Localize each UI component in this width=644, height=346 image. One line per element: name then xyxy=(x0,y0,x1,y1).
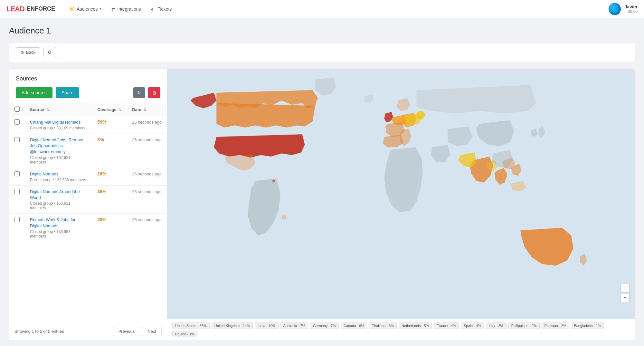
folder-icon: 📁 xyxy=(69,6,75,12)
row-checkbox-cell xyxy=(9,134,25,168)
row-checkbox-cell xyxy=(9,185,25,213)
legend-item-3: Australia - 7% xyxy=(280,323,308,329)
add-sources-button[interactable]: Add sources xyxy=(16,87,52,98)
main-content: Sources Add sources Share ↻ 🗑 xyxy=(9,69,635,341)
share-button[interactable]: Share xyxy=(56,87,79,98)
sort-icon-source: ⇅ xyxy=(47,108,50,112)
settings-button[interactable]: ⚙ xyxy=(43,47,56,57)
legend-item-9: Spain - 4% xyxy=(461,323,484,329)
nav-integrations[interactable]: ⇄ Integrations xyxy=(107,4,145,14)
select-all-checkbox[interactable] xyxy=(14,107,20,112)
map-legend: United States - 36%United Kingdom - 14%I… xyxy=(167,319,635,341)
sources-panel: Sources Add sources Share ↻ 🗑 xyxy=(9,69,167,341)
brand-enforce: ENFORCE xyxy=(25,5,55,12)
sources-header: Sources Add sources Share ↻ 🗑 xyxy=(9,69,167,103)
source-name-3[interactable]: Digital Nomads Around the World xyxy=(30,189,87,201)
navbar: LEAD ENFORCE 📁 Audiences ▾ ⇄ Integration… xyxy=(0,0,644,18)
chevron-down-icon: ▾ xyxy=(99,7,101,11)
date-value-1: 26 seconds ago xyxy=(132,137,162,142)
legend-item-0: United States - 36% xyxy=(172,323,210,329)
source-name-0[interactable]: Chiang Mai Digital Nomads xyxy=(30,119,87,125)
user-name: Javier xyxy=(625,4,638,9)
gear-icon: ⚙ xyxy=(48,50,52,55)
nav-tickets[interactable]: 🏷 Tickets xyxy=(147,4,176,14)
header-source[interactable]: Source ⇅ xyxy=(25,103,92,116)
source-name-4[interactable]: Remote Work & Jobs for Digital Nomads xyxy=(30,217,87,229)
avatar[interactable] xyxy=(609,3,621,15)
header-date[interactable]: Date ⇅ xyxy=(127,103,167,116)
row-checkbox-cell xyxy=(9,116,25,134)
toolbar: ⊙ Back ⚙ xyxy=(9,42,635,62)
zoom-out-button[interactable]: − xyxy=(620,293,630,302)
coverage-value-4: 20% xyxy=(97,217,106,222)
map-zoom-controls: + − xyxy=(620,284,630,302)
row-source-1: Digital Nomad Jobs: Remote Job Opportuni… xyxy=(25,134,92,168)
source-name-2[interactable]: Digital Nomads xyxy=(30,171,87,177)
header-coverage[interactable]: Coverage ⇅ xyxy=(92,103,127,116)
brand-lead: LEAD xyxy=(6,5,24,13)
sources-tbody: Chiang Mai Digital Nomads Closed group •… xyxy=(9,116,167,242)
row-date-3: 26 seconds ago xyxy=(127,185,167,213)
legend-item-10: Italy - 3% xyxy=(486,323,507,329)
row-source-3: Digital Nomads Around the World Closed g… xyxy=(25,185,92,213)
legend-item-12: Pakistan - 2% xyxy=(542,323,569,329)
source-meta-1: Closed group • 167,621 members xyxy=(30,155,87,164)
coverage-value-1: 8% xyxy=(97,137,104,142)
header-checkbox-cell xyxy=(9,103,25,116)
refresh-button[interactable]: ↻ xyxy=(133,87,145,98)
row-checkbox-1[interactable] xyxy=(14,137,20,142)
delete-button[interactable]: 🗑 xyxy=(148,87,160,98)
arrows-icon: ⇄ xyxy=(111,6,115,12)
sources-actions: Add sources Share ↻ 🗑 xyxy=(16,87,160,98)
trash-icon: 🗑 xyxy=(152,90,156,95)
row-checkbox-0[interactable] xyxy=(14,119,20,125)
user-balance: $0,00 xyxy=(625,9,638,14)
table-row: Chiang Mai Digital Nomads Closed group •… xyxy=(9,116,167,134)
source-name-1[interactable]: Digital Nomad Jobs: Remote Job Opportuni… xyxy=(30,137,87,155)
back-icon: ⊙ xyxy=(21,50,24,55)
tag-icon: 🏷 xyxy=(151,6,156,12)
legend-item-11: Philippines - 2% xyxy=(508,323,540,329)
row-checkbox-cell xyxy=(9,214,25,242)
showing-text: Showing 1 to 5 of 5 entries xyxy=(14,329,64,334)
zoom-in-button[interactable]: + xyxy=(620,284,630,293)
page-title: Audience 1 xyxy=(9,26,635,36)
row-coverage-1: 8% xyxy=(92,134,127,168)
row-checkbox-2[interactable] xyxy=(14,171,20,176)
map-container: + − xyxy=(167,69,635,319)
row-checkbox-4[interactable] xyxy=(14,217,20,222)
table-row: Digital Nomads Around the World Closed g… xyxy=(9,185,167,213)
nav-audiences[interactable]: 📁 Audiences ▾ xyxy=(65,4,106,14)
row-checkbox-3[interactable] xyxy=(14,189,20,194)
svg-point-1 xyxy=(416,111,425,119)
row-source-0: Chiang Mai Digital Nomads Closed group •… xyxy=(25,116,92,134)
row-coverage-3: 36% xyxy=(92,185,127,213)
row-date-1: 26 seconds ago xyxy=(127,134,167,168)
row-coverage-2: 16% xyxy=(92,168,127,185)
nav-items: 📁 Audiences ▾ ⇄ Integrations 🏷 Tickets xyxy=(65,4,609,14)
legend-item-4: Germany - 7% xyxy=(310,323,339,329)
legend-item-14: Poland - 1% xyxy=(172,331,197,337)
date-value-2: 26 seconds ago xyxy=(132,172,162,176)
world-map xyxy=(167,69,635,319)
row-source-4: Remote Work & Jobs for Digital Nomads Cl… xyxy=(25,214,92,242)
legend-item-6: Thailand - 6% xyxy=(369,323,397,329)
coverage-value-0: 59% xyxy=(97,119,106,125)
legend-item-1: United Kingdom - 14% xyxy=(212,323,253,329)
sort-icon-date: ⇅ xyxy=(144,108,147,112)
row-checkbox-cell xyxy=(9,168,25,185)
row-coverage-4: 20% xyxy=(92,214,127,242)
legend-item-8: France - 4% xyxy=(434,323,459,329)
back-button[interactable]: ⊙ Back xyxy=(16,47,40,57)
previous-button[interactable]: Previous xyxy=(113,327,140,336)
legend-item-13: Bangladesh - 1% xyxy=(571,323,604,329)
legend-item-7: Netherlands - 5% xyxy=(399,323,432,329)
legend-item-2: India - 10% xyxy=(255,323,279,329)
sources-title: Sources xyxy=(16,75,160,82)
navbar-right: Javier $0,00 xyxy=(609,3,638,15)
table-header-row: Source ⇅ Coverage ⇅ Date ⇅ xyxy=(9,103,167,116)
brand-logo[interactable]: LEAD ENFORCE xyxy=(6,5,55,13)
sources-table: Source ⇅ Coverage ⇅ Date ⇅ xyxy=(9,103,167,242)
source-meta-2: Public group • 132,636 members xyxy=(30,178,87,182)
next-button[interactable]: Next xyxy=(142,327,162,336)
